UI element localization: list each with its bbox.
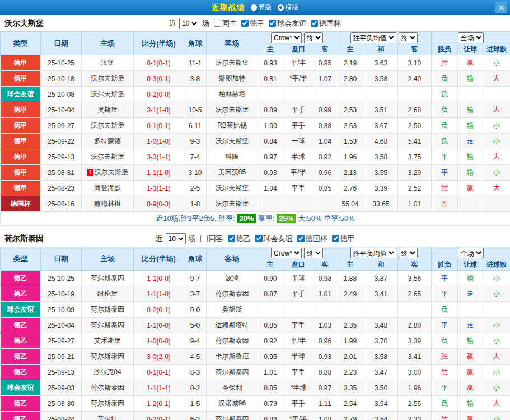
result-flag: 负 <box>432 396 458 412</box>
period-select[interactable]: 全场 <box>458 248 484 258</box>
europe-odds: 2.50 <box>398 118 432 134</box>
checkbox-input[interactable] <box>214 20 221 27</box>
layout-radio-1[interactable]: 横版 <box>278 3 299 12</box>
away-team: 沃尔夫斯堡 <box>207 102 258 118</box>
result-flag: 赢 <box>458 349 483 365</box>
away-team: 沃尔夫斯堡 <box>207 196 258 212</box>
match-count-select[interactable]: 10 <box>179 18 199 29</box>
corners: 5-0 <box>184 318 207 333</box>
match-date: 25-09-22 <box>41 134 82 149</box>
checkbox-input[interactable] <box>297 235 305 242</box>
asia-time-select[interactable]: 终 <box>304 32 323 43</box>
europe-odds: 3.58 <box>364 349 398 365</box>
team-label: 艾禾斯堡 <box>94 337 121 345</box>
checkbox-input[interactable] <box>311 20 318 27</box>
europe-odds: 3.39 <box>398 333 432 349</box>
checkbox-input[interactable] <box>269 20 276 27</box>
europe-odds: 2.40 <box>398 71 432 87</box>
match-date: 25-10-25 <box>41 55 82 71</box>
europe-odds: 2.23 <box>336 365 364 380</box>
filter-checkbox-0[interactable]: 同客 <box>200 234 223 244</box>
filter-checkbox-2[interactable]: 球会友谊 <box>269 18 306 29</box>
result-flag: 平 <box>432 149 458 165</box>
team-label: 沃尔夫斯堡 <box>91 74 124 82</box>
europe-odds: 1.53 <box>336 134 364 149</box>
filter-checkbox-4[interactable]: 德甲 <box>332 234 355 244</box>
europe-odds: 3.75 <box>398 149 432 165</box>
checkbox-label: 德国杯 <box>306 234 327 244</box>
europe-odds: 2.33 <box>398 412 432 420</box>
match-row: 球会友谊25-10-09荷尔斯泰因0-2(0-1)0-0奥胡斯负 <box>1 302 510 318</box>
checkbox-label: 德国杯 <box>319 18 341 29</box>
checkbox-label: 球会友谊 <box>277 18 306 29</box>
radio-icon[interactable] <box>251 4 257 11</box>
checkbox-input[interactable] <box>255 235 263 242</box>
filter-checkbox-1[interactable]: 德甲 <box>241 18 264 29</box>
match-date: 25-10-25 <box>41 271 82 286</box>
europe-time-select[interactable]: 终 <box>399 32 418 43</box>
europe-odds: 2.13 <box>336 165 364 181</box>
asia-odds: 0.96 <box>314 333 336 349</box>
team-label: 荷尔斯泰因 <box>91 384 124 391</box>
filter-checkbox-3[interactable]: 德国杯 <box>297 234 327 244</box>
league-badge: 球会友谊 <box>1 302 41 318</box>
match-date: 25-10-19 <box>41 286 82 302</box>
europe-odds-header: 胜平负均值终 <box>336 247 432 259</box>
filter-checkbox-3[interactable]: 德国杯 <box>311 18 341 29</box>
checkbox-input[interactable] <box>241 20 249 27</box>
match-date: 25-09-21 <box>41 349 82 365</box>
team-section-0: 沃尔夫斯堡近10场同主德甲球会友谊德国杯类型日期主场比分(半场)角球客场Crow… <box>0 15 510 226</box>
radio-icon[interactable] <box>278 4 284 11</box>
result-flag: 负 <box>432 102 458 118</box>
score: 0-1(0-1) <box>134 118 184 134</box>
near-label: 近 <box>169 18 176 29</box>
team-name: 沃尔夫斯堡 <box>4 18 44 29</box>
asia-odds: 1.08 <box>314 412 336 420</box>
europe-odds: 3.56 <box>398 271 432 286</box>
match-row: 德甲25-09-13沃尔夫斯堡3-3(1-1)7-4科隆0.97半球0.921.… <box>1 149 510 165</box>
period-select[interactable]: 全场 <box>458 32 484 43</box>
europe-odds: 2.01 <box>336 349 364 365</box>
asia-odds: 0.93 <box>258 55 283 71</box>
match-count-select[interactable]: 10 <box>166 233 186 244</box>
match-row: 德乙25-09-27艾禾斯堡1-0(0-0)9-4荷尔斯泰因0.92平/半0.9… <box>1 333 510 349</box>
asia-time-select[interactable]: 终 <box>304 248 323 258</box>
checkbox-input[interactable] <box>228 235 235 242</box>
col-subheader: 让球 <box>458 44 483 55</box>
win-rate-badge: 30% <box>237 214 256 223</box>
asia-odds: 0.98 <box>314 271 336 286</box>
europe-odds: 3.67 <box>364 118 398 134</box>
asia-odds: 平手 <box>283 181 314 196</box>
league-badge: 德甲 <box>1 102 41 118</box>
match-row: 德乙25-08-30荷尔斯泰因1-2(0-1)1-5汉诺威960.79平手1.1… <box>1 396 510 412</box>
col-subheader: 客 <box>398 259 432 271</box>
close-icon[interactable]: ✕ <box>495 2 507 13</box>
bookmaker-select[interactable]: Crow* <box>271 32 302 43</box>
europe-odds-select[interactable]: 胜平负均值 <box>350 32 396 43</box>
europe-odds: 3.39 <box>364 181 398 196</box>
corners: 3-8 <box>184 71 207 87</box>
match-row: 德乙25-10-04荷尔斯泰因1-1(0-0)5-0达姆斯塔特0.85平手1.0… <box>1 318 510 333</box>
summary-row: 近10场,胜3平2负5, 胜率: 30% 赢率: 25% 大:50% 单率:50… <box>1 212 510 226</box>
result-flag: 小 <box>483 412 510 420</box>
games-label: 场 <box>202 18 209 29</box>
away-team: RB莱比锡 <box>207 118 258 134</box>
filter-checkbox-0[interactable]: 同主 <box>214 18 237 29</box>
europe-odds-select[interactable]: 胜平负均值 <box>350 248 396 258</box>
col-subheader: 盘口 <box>283 44 314 55</box>
match-date: 25-09-13 <box>41 365 82 380</box>
europe-time-select[interactable]: 终 <box>399 248 418 258</box>
home-team: 荷尔斯泰因 <box>82 271 134 286</box>
match-date: 25-08-31 <box>41 165 82 181</box>
asia-odds: 0.96 <box>314 165 336 181</box>
checkbox-input[interactable] <box>332 235 339 242</box>
asia-odds <box>314 87 336 102</box>
filter-checkbox-2[interactable]: 球会友谊 <box>255 234 293 244</box>
bookmaker-select[interactable]: Crow* <box>271 248 302 258</box>
match-row: 德甲25-09-22多特蒙德1-0(1-0)9-3沃尔夫斯堡0.84一球1.04… <box>1 134 510 149</box>
team-label: 沃尔夫斯堡 <box>216 184 249 192</box>
filter-checkbox-1[interactable]: 德乙 <box>228 234 251 244</box>
score: 0-9(0-3) <box>134 196 184 212</box>
checkbox-input[interactable] <box>200 235 208 242</box>
layout-radio-0[interactable]: 竖版 <box>251 3 272 12</box>
